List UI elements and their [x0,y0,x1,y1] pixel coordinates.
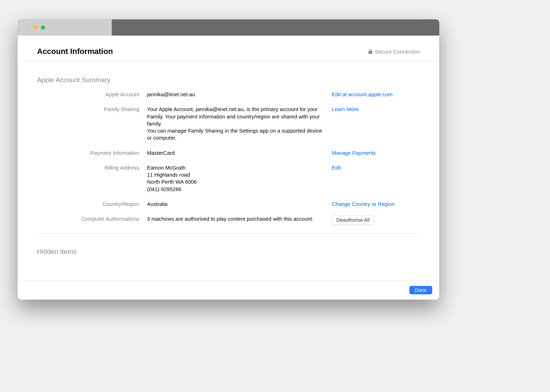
section-title-summary: Apple Account Summary [37,76,420,84]
lock-icon [368,49,373,54]
label-payment-information: Payment Information [37,149,139,157]
secure-connection-label: Secure Connection [375,49,420,55]
traffic-light-area [18,19,112,36]
row-computer-authorisations: Computer Authorisations 3 machines are a… [37,215,420,225]
label-apple-account: Apple Account [37,91,139,98]
link-manage-payments[interactable]: Manage Payments [332,150,376,156]
window-minimize-button[interactable] [33,25,38,30]
row-payment-information: Payment Information MasterCard Manage Pa… [37,149,420,157]
value-family-sharing: Your Apple Account, jannika@iinet.net.au… [147,106,324,141]
window-titlebar [18,19,439,36]
row-family-sharing: Family Sharing Your Apple Account, janni… [37,106,420,141]
section-title-hidden-items: Hidden Items [37,248,420,256]
window-maximize-button[interactable] [41,25,45,30]
value-billing-address: Eamon McGrath 11 Highlands road North Pe… [147,164,324,193]
label-family-sharing: Family Sharing [37,106,139,141]
row-apple-account: Apple Account jannika@iinet.net.au Edit … [37,91,420,98]
value-apple-account: jannika@iinet.net.au [147,91,324,98]
row-country-region: Country/Region Australia Change Country … [37,201,420,208]
label-country-region: Country/Region [37,201,139,208]
account-information-window: Account Information Secure Connection Ap… [18,19,439,300]
page-title: Account Information [37,47,113,56]
link-family-sharing-learn-more[interactable]: Learn More [332,106,359,112]
value-computer-authorisations: 3 machines are authorised to play conten… [147,215,324,225]
label-computer-authorisations: Computer Authorisations [37,215,139,225]
window-close-button[interactable] [25,25,30,30]
footer-bar: Done [18,280,439,300]
link-change-country[interactable]: Change Country or Region [332,201,395,207]
button-deauthorise-all[interactable]: Deauthorise All [332,215,374,225]
label-billing-address: Billing Address [37,164,139,193]
section-divider [37,233,420,234]
value-payment-information: MasterCard [147,149,324,157]
row-billing-address: Billing Address Eamon McGrath 11 Highlan… [37,164,420,193]
content-area: Account Information Secure Connection Ap… [18,36,439,281]
done-button[interactable]: Done [409,286,432,294]
value-country-region: Australia [147,201,324,208]
link-edit-billing[interactable]: Edit [332,165,341,171]
link-edit-apple-account[interactable]: Edit at account.apple.com [332,91,393,97]
secure-connection-indicator: Secure Connection [368,49,420,55]
